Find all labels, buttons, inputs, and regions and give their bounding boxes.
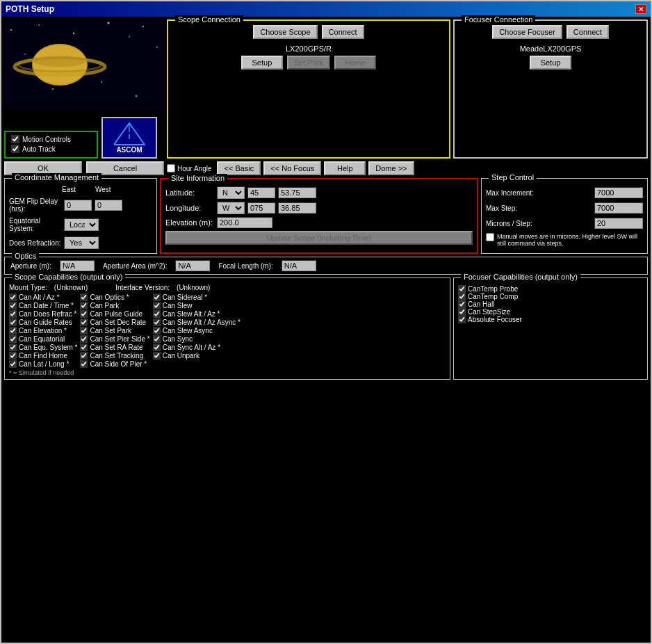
latitude-dir-select[interactable]: N S: [217, 186, 245, 199]
close-button[interactable]: ✕: [635, 4, 646, 14]
step-control-title: Step Control: [489, 173, 537, 182]
ascom-triangle-icon: [114, 122, 145, 146]
help-button[interactable]: Help: [324, 161, 366, 175]
choose-scope-button[interactable]: Choose Scope: [253, 25, 317, 39]
scope-cap-item: Can Set Dec Rate: [80, 319, 149, 326]
focal-length-label: Focal Length (m):: [218, 262, 272, 270]
aperture-input[interactable]: [60, 260, 95, 271]
no-focus-button[interactable]: << No Focus: [263, 161, 321, 175]
step-control-inner: Max Increment: Max Step: Microns / Step:…: [486, 187, 643, 247]
scope-cap-checkbox[interactable]: [9, 310, 17, 318]
elevation-label: Elevation (m):: [165, 218, 214, 227]
scope-cap-item: Can Slew Alt / Az Async *: [153, 319, 241, 326]
gem-east-input[interactable]: [64, 200, 92, 211]
scope-cap-checkbox[interactable]: [80, 344, 88, 351]
scope-cap-checkbox[interactable]: [9, 344, 17, 351]
focuser-cap-checkbox[interactable]: [458, 285, 466, 293]
motion-controls-checkbox[interactable]: [11, 135, 19, 143]
site-information-panel: Site Information Latitude: N S Longitude…: [160, 178, 478, 254]
longitude-dir-select[interactable]: W E: [217, 202, 245, 214]
mount-type-label: Mount Type:: [9, 284, 47, 291]
panels-row: Coordinate Management East West GEM Flip…: [4, 178, 648, 254]
scope-cap-item: Can Lat / Long *: [9, 360, 77, 368]
scope-cap-checkbox[interactable]: [80, 310, 88, 318]
scope-set-park-button[interactable]: Set Park: [287, 56, 330, 70]
coord-inner: East West GEM Flip Delay (hrs): Equatori…: [9, 183, 152, 249]
scope-cap-checkbox[interactable]: [9, 327, 17, 335]
aperture-area-input[interactable]: [175, 260, 210, 271]
scope-cap-checkbox[interactable]: [153, 319, 161, 326]
update-scope-button[interactable]: Update Scope (including Time): [165, 231, 473, 245]
dome-button[interactable]: Dome >>: [368, 161, 414, 175]
focuser-bottom-row: Setup: [459, 56, 642, 70]
ascom-label: ASCOM: [116, 146, 142, 154]
max-increment-input[interactable]: [594, 187, 643, 198]
scope-cap-item: Can Does Refrac *: [9, 310, 77, 318]
scope-cap-checkbox[interactable]: [153, 352, 161, 360]
scope-cap-checkbox[interactable]: [9, 293, 17, 301]
refraction-select[interactable]: Yes No: [64, 236, 99, 249]
equatorial-select[interactable]: Local J2000: [64, 218, 99, 231]
scope-cap-checkbox[interactable]: [153, 302, 161, 309]
scope-cap-checkbox[interactable]: [9, 319, 17, 326]
coord-header-row: East West: [9, 186, 152, 193]
hour-angle-checkbox[interactable]: [167, 164, 175, 172]
scope-cap-checkbox[interactable]: [80, 302, 88, 309]
scope-cap-checkbox[interactable]: [80, 319, 88, 326]
longitude-min-input[interactable]: [278, 202, 316, 214]
manual-moves-checkbox[interactable]: [486, 233, 494, 241]
microns-row: Microns / Step:: [486, 218, 643, 229]
scope-cap-checkbox[interactable]: [153, 344, 161, 351]
scope-cap-checkbox[interactable]: [80, 352, 88, 360]
aperture-label: Aperture (m):: [10, 262, 51, 270]
scope-connection-title: Scope Connection: [175, 15, 243, 24]
scope-cap-checkbox[interactable]: [153, 293, 161, 301]
scope-cap-checkbox[interactable]: [9, 352, 17, 360]
focuser-cap-checkbox[interactable]: [458, 293, 466, 300]
gem-west-input[interactable]: [95, 200, 122, 211]
scope-caps-title: Scope Capabilities (output only): [12, 273, 125, 281]
longitude-deg-input[interactable]: [247, 202, 275, 214]
elevation-input[interactable]: [217, 217, 272, 228]
latitude-min-input[interactable]: [278, 187, 316, 198]
saturn-area: ASCOM Motion Controls Auto Track: [4, 19, 164, 159]
scope-home-button[interactable]: Home: [334, 56, 376, 70]
scope-cap-checkbox[interactable]: [80, 293, 88, 301]
gem-flip-label: GEM Flip Delay (hrs):: [9, 198, 61, 213]
scope-cap-checkbox[interactable]: [9, 360, 17, 368]
scope-setup-button[interactable]: Setup: [241, 56, 283, 70]
scope-cap-checkbox[interactable]: [153, 335, 161, 343]
scope-cap-checkbox[interactable]: [80, 327, 88, 335]
focuser-cap-checkbox[interactable]: [458, 300, 466, 308]
focal-length-input[interactable]: [282, 260, 316, 271]
scope-cap-checkbox[interactable]: [80, 360, 88, 368]
max-step-label: Max Step:: [486, 204, 517, 212]
max-step-input[interactable]: [594, 202, 643, 214]
focuser-cap-checkbox[interactable]: [458, 308, 466, 316]
scope-cap-checkbox[interactable]: [9, 335, 17, 343]
equatorial-label: Equatorial System:: [9, 217, 61, 232]
auto-track-checkbox[interactable]: [11, 145, 19, 153]
ascom-logo-box: ASCOM: [101, 117, 157, 159]
basic-button[interactable]: << Basic: [217, 161, 261, 175]
focuser-connect-button[interactable]: Connect: [567, 25, 609, 39]
scope-capabilities-panel: Scope Capabilities (output only) Mount T…: [4, 277, 450, 380]
choose-focuser-button[interactable]: Choose Focuser: [492, 25, 562, 39]
scope-cap-item: Can Elevation *: [9, 327, 77, 335]
coordinate-management-panel: Coordinate Management East West GEM Flip…: [4, 178, 157, 254]
svg-point-4: [108, 22, 110, 24]
scope-connect-button[interactable]: Connect: [322, 25, 364, 39]
latitude-deg-input[interactable]: [247, 187, 275, 198]
scope-cap-checkbox[interactable]: [153, 310, 161, 318]
focuser-cap-item: CanTemp Probe: [458, 285, 643, 293]
manual-moves-note: Manual moves are in microns. Higher leve…: [497, 233, 643, 247]
scope-cap-checkbox[interactable]: [153, 327, 161, 335]
scope-cap-item: Can Unpark: [153, 352, 241, 360]
svg-point-11: [101, 81, 102, 83]
focuser-setup-button[interactable]: Setup: [530, 56, 571, 70]
scope-cap-checkbox[interactable]: [80, 335, 88, 343]
focuser-cap-checkbox[interactable]: [458, 316, 466, 323]
latitude-row: Latitude: N S: [165, 186, 473, 199]
scope-cap-checkbox[interactable]: [9, 302, 17, 309]
microns-input[interactable]: [594, 218, 643, 229]
